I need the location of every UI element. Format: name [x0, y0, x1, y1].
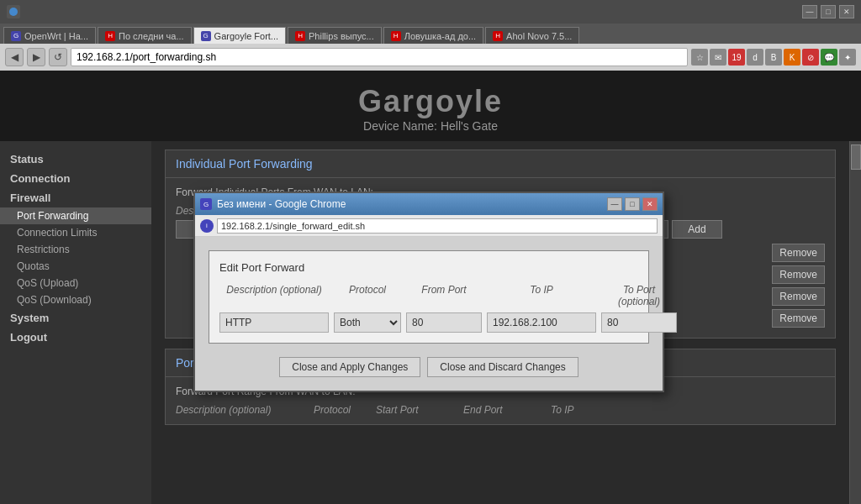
dialog: G Без имени - Google Chrome — □ ✕ i 192.… [193, 192, 664, 392]
title-bar: — □ ✕ [0, 0, 861, 24]
prf-col-end: End Port [463, 404, 547, 416]
reload-button[interactable]: ↺ [49, 48, 67, 66]
edit-col-to-ip: To IP [487, 284, 596, 307]
tab-3[interactable]: H Phillips выпус... [288, 27, 382, 44]
remove-button-2[interactable]: Remove [772, 265, 825, 284]
address-bar[interactable]: 192.168.2.1/port_forwarding.sh [71, 48, 688, 66]
remove-button-3[interactable]: Remove [772, 287, 825, 306]
dialog-titlebar: G Без имени - Google Chrome — □ ✕ [195, 193, 663, 215]
prf-col-start: Start Port [376, 404, 460, 416]
star-icon[interactable]: ☆ [691, 49, 708, 66]
prf-col-protocol: Protocol [314, 404, 372, 416]
close-button[interactable]: ✕ [839, 5, 854, 18]
tab-1[interactable]: H По следни ча... [98, 27, 192, 44]
sidebar-item-qos-upload[interactable]: QoS (Upload) [0, 275, 151, 291]
edit-box-title: Edit Port Forward [219, 261, 638, 274]
dialog-minimize-button[interactable]: — [607, 197, 622, 211]
sidebar-item-system[interactable]: System [0, 308, 151, 328]
edit-protocol-select[interactable]: TCP UDP Both [334, 312, 401, 333]
tab-favicon-1: H [105, 31, 115, 41]
bookmark-icon[interactable]: B [765, 49, 782, 66]
sidebar-item-connection-limits[interactable]: Connection Limits [0, 224, 151, 241]
page-title: Gargoyle [0, 84, 861, 119]
remove-button-4[interactable]: Remove [772, 309, 825, 328]
sidebar-item-quotas[interactable]: Quotas [0, 258, 151, 275]
sidebar-item-status[interactable]: Status [0, 150, 151, 169]
dialog-nav: i 192.168.2.1/single_forward_edit.sh [195, 215, 663, 237]
prf-col-desc: Description (optional) [176, 404, 310, 416]
dialog-nav-icon: i [200, 219, 214, 233]
remove-button-1[interactable]: Remove [772, 244, 825, 262]
sidebar-item-port-forwarding[interactable]: Port Forwarding [0, 207, 151, 224]
sidebar-item-qos-download[interactable]: QoS (Download) [0, 291, 151, 308]
scrollbar[interactable] [849, 141, 861, 504]
edit-table-row: TCP UDP Both [219, 312, 638, 333]
user-icon[interactable]: d [747, 49, 763, 66]
nav-bar: ◀ ▶ ↺ 192.168.2.1/port_forwarding.sh ☆ ✉… [0, 44, 861, 71]
dialog-address-bar[interactable]: 192.168.2.1/single_forward_edit.sh [217, 218, 658, 234]
tab-label-4: Ловушка-ад до... [404, 31, 476, 41]
edit-col-desc: Description (optional) [219, 284, 329, 307]
edit-port-forward-box: Edit Port Forward Description (optional)… [209, 250, 649, 344]
mail-icon[interactable]: ✉ [710, 49, 726, 66]
tab-4[interactable]: H Ловушка-ад до... [383, 27, 483, 44]
title-bar-left [7, 5, 20, 18]
apply-changes-button[interactable]: Close and Apply Changes [279, 357, 420, 377]
toolbar-icons: ☆ ✉ 19 d B K ⊘ 💬 ✦ [691, 49, 856, 66]
sidebar-item-logout[interactable]: Logout [0, 328, 151, 347]
tab-favicon-3: H [295, 31, 305, 41]
tab-2[interactable]: G Gargoyle Fort... [193, 27, 286, 44]
tab-favicon-4: H [391, 31, 401, 41]
notification-icon[interactable]: 19 [728, 49, 745, 66]
address-text: 192.168.2.1/port_forwarding.sh [77, 51, 216, 63]
edit-desc-input[interactable] [219, 312, 329, 333]
tab-label-2: Gargoyle Fort... [214, 31, 278, 41]
kaspersky-icon[interactable]: K [784, 49, 800, 66]
scrollbar-thumb[interactable] [851, 144, 861, 170]
tab-0[interactable]: G OpenWrt | Ha... [3, 27, 96, 44]
discard-changes-button[interactable]: Close and Discard Changes [427, 357, 578, 377]
device-name: Device Name: Hell's Gate [0, 119, 861, 133]
add-button[interactable]: Add [672, 220, 722, 239]
edit-from-port-input[interactable] [406, 312, 482, 333]
maximize-button[interactable]: □ [821, 5, 836, 18]
browser-icon [7, 5, 20, 18]
tab-label-1: По следни ча... [119, 31, 184, 41]
edit-table-header: Description (optional) Protocol From Por… [219, 284, 638, 307]
edit-col-to-port: To Port (optional) [601, 284, 677, 307]
dialog-favicon: G [200, 198, 212, 210]
back-button[interactable]: ◀ [5, 48, 24, 66]
edit-to-ip-input[interactable] [487, 312, 596, 333]
chat-icon[interactable]: 💬 [821, 49, 837, 66]
stop-icon[interactable]: ⊘ [802, 49, 819, 66]
tab-favicon-0: G [11, 31, 21, 41]
dialog-address-text: 192.168.2.1/single_forward_edit.sh [221, 221, 365, 231]
prf-col-to-ip: To IP [551, 404, 668, 416]
edit-col-from-port: From Port [406, 284, 482, 307]
sidebar-item-restrictions[interactable]: Restrictions [0, 241, 151, 258]
dialog-title-area: G Без имени - Google Chrome [200, 198, 346, 210]
col-add [672, 205, 722, 217]
sidebar-category-firewall: Firewall [0, 188, 151, 207]
forward-button[interactable]: ▶ [27, 48, 45, 66]
sidebar-item-connection[interactable]: Connection [0, 169, 151, 188]
dialog-controls[interactable]: — □ ✕ [607, 197, 658, 211]
tab-5[interactable]: H Ahol Novo 7.5... [485, 27, 579, 44]
tabs-bar: G OpenWrt | Ha... H По следни ча... G Ga… [0, 24, 861, 44]
dialog-title-text: Без имени - Google Chrome [217, 198, 346, 210]
ipf-title: Individual Port Forwarding [166, 150, 835, 178]
tab-favicon-2: G [201, 31, 211, 41]
svg-point-0 [9, 8, 18, 16]
tab-label-3: Phillips выпус... [309, 31, 374, 41]
page-header: Gargoyle Device Name: Hell's Gate [0, 71, 861, 141]
window-controls[interactable]: — □ ✕ [802, 5, 854, 18]
dialog-buttons: Close and Apply Changes Close and Discar… [209, 357, 649, 377]
edit-col-protocol: Protocol [334, 284, 401, 307]
tab-label-0: OpenWrt | Ha... [24, 31, 88, 41]
dialog-maximize-button[interactable]: □ [625, 197, 640, 211]
minimize-button[interactable]: — [802, 5, 817, 18]
edit-to-port-input[interactable] [601, 312, 677, 333]
puzzle-icon[interactable]: ✦ [839, 49, 856, 66]
dialog-close-button[interactable]: ✕ [642, 197, 658, 211]
dialog-body: Edit Port Forward Description (optional)… [195, 237, 663, 391]
